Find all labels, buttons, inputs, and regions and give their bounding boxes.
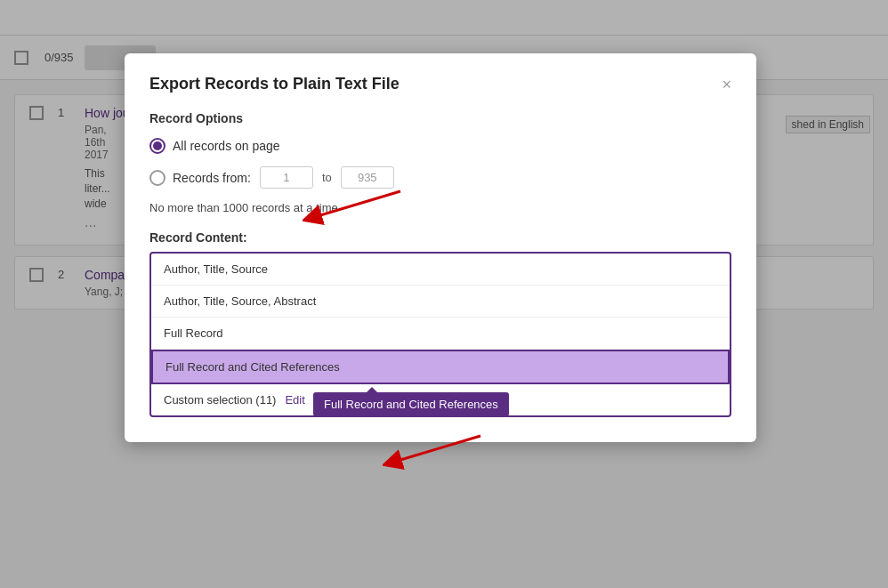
annotation-arrow-2 bbox=[383, 427, 489, 480]
modal-close-button[interactable]: × bbox=[722, 77, 731, 93]
arrow-1-svg bbox=[303, 173, 409, 227]
records-from-radio[interactable] bbox=[149, 170, 165, 186]
all-records-radio[interactable] bbox=[149, 138, 165, 154]
custom-selection-label: Custom selection (11) bbox=[164, 393, 276, 407]
record-content-label: Record Content: bbox=[149, 230, 731, 245]
all-records-option[interactable]: All records on page bbox=[149, 138, 731, 154]
svg-line-3 bbox=[392, 436, 480, 463]
annotation-arrow-1 bbox=[303, 173, 409, 227]
tooltip: Full Record and Cited References bbox=[313, 392, 509, 416]
dropdown-item-3[interactable]: Full Record and Cited References Full Re… bbox=[151, 350, 730, 384]
custom-edit-link[interactable]: Edit bbox=[285, 393, 304, 407]
svg-line-1 bbox=[311, 191, 400, 218]
dropdown-item-2[interactable]: Full Record bbox=[151, 318, 730, 350]
no-more-note: No more than 1000 records at a time bbox=[149, 201, 731, 214]
dropdown-item-1[interactable]: Author, Title, Source, Abstract bbox=[151, 286, 730, 318]
arrow-2-svg bbox=[383, 427, 489, 480]
records-from-label: Records from: bbox=[173, 171, 251, 185]
modal-title: Export Records to Plain Text File bbox=[149, 75, 400, 93]
all-records-label: All records on page bbox=[173, 139, 280, 153]
export-modal: Export Records to Plain Text File × Reco… bbox=[125, 53, 756, 442]
record-options-label: Record Options bbox=[149, 111, 731, 125]
record-content-dropdown: Author, Title, Source Author, Title, Sou… bbox=[149, 252, 731, 417]
modal-header: Export Records to Plain Text File × bbox=[149, 75, 731, 93]
dropdown-item-0[interactable]: Author, Title, Source bbox=[151, 254, 730, 286]
records-from-option[interactable]: Records from: to bbox=[149, 166, 731, 189]
